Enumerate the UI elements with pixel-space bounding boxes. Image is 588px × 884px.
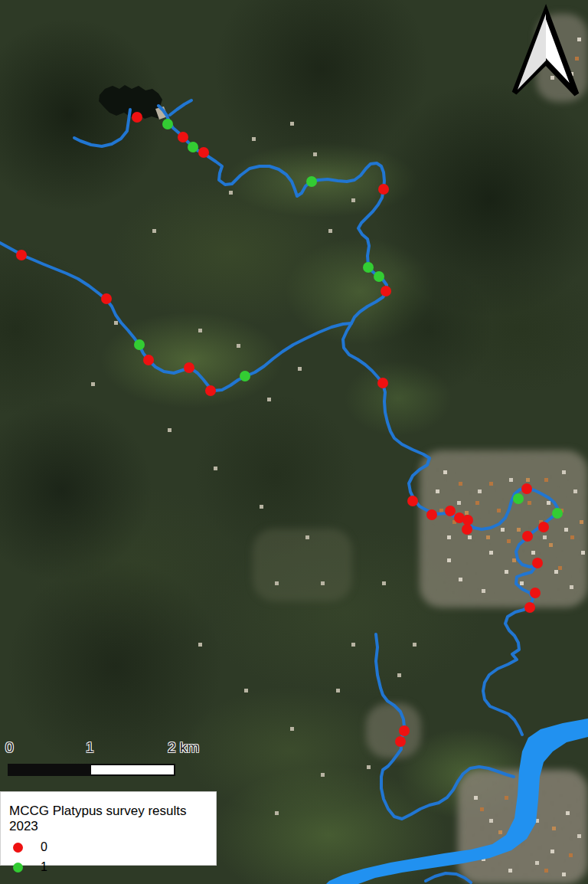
scale-label-2km: 2 km: [168, 739, 199, 756]
legend-title: MCCG Platypus survey results 2023: [9, 804, 216, 834]
survey-point[interactable]: [205, 385, 216, 396]
scale-label-0: 0: [5, 739, 14, 756]
survey-point[interactable]: [532, 558, 543, 568]
survey-point[interactable]: [306, 176, 317, 187]
survey-point[interactable]: [363, 262, 374, 273]
survey-point[interactable]: [134, 339, 145, 350]
legend-item-1: 1: [13, 860, 216, 874]
map-canvas[interactable]: 0 1 2 km MCCG Platypus survey results 20…: [0, 0, 588, 884]
legend-item-0: 0: [13, 840, 216, 854]
red-marker-swatch: [13, 843, 23, 853]
survey-point[interactable]: [530, 588, 541, 598]
survey-point[interactable]: [399, 725, 410, 736]
survey-point[interactable]: [521, 483, 532, 494]
survey-point[interactable]: [381, 286, 391, 296]
survey-point[interactable]: [513, 493, 524, 504]
legend-item-label: 1: [41, 860, 47, 874]
survey-point[interactable]: [462, 524, 472, 535]
survey-point[interactable]: [524, 602, 535, 613]
survey-point[interactable]: [522, 531, 533, 542]
survey-point[interactable]: [16, 250, 27, 260]
scale-bar-track: [8, 764, 175, 776]
survey-point[interactable]: [240, 371, 250, 381]
survey-point[interactable]: [374, 271, 384, 282]
survey-point[interactable]: [198, 147, 209, 158]
survey-point[interactable]: [395, 736, 406, 747]
survey-point[interactable]: [377, 378, 388, 388]
survey-point[interactable]: [184, 362, 194, 373]
legend-item-label: 0: [41, 840, 47, 854]
survey-point[interactable]: [132, 112, 142, 123]
survey-point[interactable]: [538, 522, 549, 532]
scale-bar: 0 1 2 km: [0, 738, 230, 780]
survey-point[interactable]: [378, 184, 389, 195]
north-arrow-icon: [501, 4, 586, 103]
survey-point[interactable]: [426, 509, 437, 520]
scale-bar-filled-segment: [9, 765, 91, 774]
survey-point[interactable]: [407, 496, 418, 506]
survey-point[interactable]: [178, 132, 188, 142]
legend: MCCG Platypus survey results 2023 0 1: [0, 791, 217, 866]
survey-point[interactable]: [101, 293, 112, 304]
scale-label-1: 1: [86, 739, 94, 756]
survey-point[interactable]: [188, 142, 198, 152]
green-marker-swatch: [13, 863, 23, 873]
survey-point[interactable]: [162, 119, 173, 129]
survey-point[interactable]: [552, 508, 563, 519]
survey-point[interactable]: [143, 355, 154, 365]
